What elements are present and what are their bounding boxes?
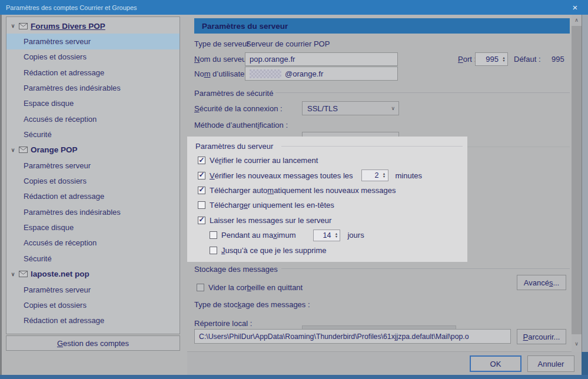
local-dir-input[interactable]: C:\Users\PhilDur\AppData\Roaming\Thunder… [194, 329, 511, 344]
account-list: ∨Forums Divers POPParamètres serveurCopi… [6, 16, 180, 334]
account-expand-icon[interactable]: ∨ [10, 23, 16, 29]
ok-button[interactable]: OK [470, 355, 521, 372]
account-expand-icon[interactable]: ∨ [10, 147, 16, 153]
sidebar-item-accuses-de-reception[interactable]: Accusés de réception [6, 235, 180, 251]
sidebar-item-parametres-des-indesirables[interactable]: Paramètres des indésirables [6, 80, 180, 95]
sidebar-item-securite[interactable]: Sécurité [6, 127, 180, 142]
checkbox-telecharger-automatiquement-les-nouveaux-messages[interactable]: ✓ [198, 187, 205, 194]
titlebar: Paramètres des comptes Courrier et Group… [0, 0, 588, 15]
sidebar-label: Rédaction et adressage [24, 192, 104, 201]
server-options-rows: ✓Vérifier le courrier au lancement✓Vérif… [198, 153, 467, 258]
option-label: Télécharger uniquement les en-têtes [210, 201, 334, 210]
username-input[interactable]: @orange.fr [245, 67, 398, 81]
server-type-value: Serveur de courrier POP [246, 38, 330, 49]
server-type-row: Type de serveur : [194, 38, 253, 49]
stepper-pendant-au-maximum[interactable]: 14▲▼ [313, 230, 340, 241]
sidebar-item-copies-et-dossiers[interactable]: Copies et dossiers [6, 297, 180, 312]
option-label: Vérifier les nouveaux messages toutes le… [210, 171, 353, 180]
option-label: Laisser les messages sur le serveur [210, 216, 331, 225]
sidebar-item-espace-disque[interactable]: Espace disque [6, 96, 180, 111]
sidebar-label: Paramètres serveur [24, 285, 91, 294]
close-icon: × [573, 2, 578, 12]
security-group-line [275, 92, 570, 93]
sidebar-item-parametres-des-indesirables[interactable]: Paramètres des indésirables [6, 328, 180, 334]
sidebar-item-parametres-serveur[interactable]: Paramètres serveur [6, 34, 180, 49]
option-row-jusqu-a-ce-que-je-les-supprime[interactable]: Jusqu’à ce que je les supprime [198, 242, 467, 257]
sidebar-label: Espace disque [24, 99, 74, 108]
checkbox-vider-la-corbeille[interactable] [197, 284, 204, 291]
sidebar-label: Accusés de réception [24, 238, 97, 247]
option-row-verifier-le-courrier-au-lancement[interactable]: ✓Vérifier le courrier au lancement [198, 153, 467, 168]
sidebar-account-forums-divers-pop[interactable]: ∨Forums Divers POP [6, 18, 180, 34]
option-row-verifier-les-nouveaux-messages-toutes-les[interactable]: ✓Vérifier les nouveaux messages toutes l… [198, 168, 467, 182]
sidebar-item-copies-et-dossiers[interactable]: Copies et dossiers [6, 49, 180, 65]
browse-button[interactable]: Parcourir... [517, 329, 566, 344]
empty-trash-row[interactable]: Vider la corbeille en quittant [197, 281, 303, 293]
main-scrollbar-thumb[interactable] [572, 26, 582, 334]
port-stepper[interactable]: 995 ▲▼ [475, 52, 508, 66]
connection-security-select[interactable]: SSL/TLS ∨ [302, 101, 399, 115]
sidebar-label: Paramètres des indésirables [24, 84, 121, 92]
local-dir-label: Répertoire local : [194, 318, 252, 328]
sidebar-item-parametres-serveur[interactable]: Paramètres serveur [6, 282, 180, 297]
option-label: Jusqu’à ce que je les supprime [221, 246, 327, 255]
sidebar-label: Paramètres serveur [24, 37, 91, 46]
option-row-pendant-au-maximum[interactable]: Pendant au maximum14▲▼jours [198, 228, 467, 242]
sidebar-item-redaction-et-adressage[interactable]: Rédaction et adressage [6, 313, 180, 328]
sidebar-label: Espace disque [24, 223, 74, 232]
sidebar-label: Rédaction et adressage [24, 68, 104, 77]
storage-group-line [281, 268, 570, 269]
checkbox-jusqu-a-ce-que-je-les-supprime[interactable] [210, 247, 217, 254]
checkbox-verifier-le-courrier-au-lancement[interactable]: ✓ [198, 157, 205, 164]
sidebar-item-securite[interactable]: Sécurité [6, 251, 180, 266]
account-actions-button[interactable]: Gestion des comptes [6, 335, 180, 351]
sidebar-account-orange-pop[interactable]: ∨Orange POP [6, 142, 180, 158]
stepper-value: 14 [314, 231, 333, 240]
spinner-down-icon[interactable]: ▼ [335, 235, 338, 238]
sidebar-account-laposte-net-pop[interactable]: ∨laposte.net pop [6, 267, 180, 282]
close-button[interactable]: × [567, 0, 583, 15]
chevron-down-icon: ∨ [391, 105, 395, 111]
sidebar-item-accuses-de-reception[interactable]: Accusés de réception [6, 111, 180, 127]
scroll-up-icon[interactable]: ∧ [572, 15, 582, 25]
sidebar-item-parametres-des-indesirables[interactable]: Paramètres des indésirables [6, 204, 180, 220]
sidebar-item-copies-et-dossiers[interactable]: Copies et dossiers [6, 173, 180, 188]
background-window-strip [582, 15, 588, 352]
auth-method-label: Méthode d’authentification : [194, 118, 288, 132]
security-group-label: Paramètres de sécurité [194, 88, 273, 98]
option-label: Télécharger automatiquement les nouveaux… [210, 186, 396, 195]
stepper-value: 2 [362, 171, 381, 179]
sidebar-label: Paramètres des indésirables [24, 332, 121, 334]
account-settings-dialog: Paramètres des comptes Courrier et Group… [0, 0, 588, 379]
scroll-down-icon[interactable]: ∨ [572, 339, 582, 348]
server-options-group-label: Paramètres du serveur [195, 141, 273, 151]
spinner-down-icon[interactable]: ▼ [502, 59, 505, 62]
connection-security-label: Sécurité de la connexion : [194, 101, 283, 115]
sidebar-item-redaction-et-adressage[interactable]: Rédaction et adressage [6, 189, 180, 204]
stepper-suffix: jours [347, 231, 364, 240]
server-options-group-line [281, 146, 463, 147]
option-row-telecharger-automatiquement-les-nouveaux-messages[interactable]: ✓Télécharger automatiquement les nouveau… [198, 183, 467, 198]
advanced-button[interactable]: Avancés... [517, 275, 566, 290]
sidebar-item-redaction-et-adressage[interactable]: Rédaction et adressage [6, 65, 180, 80]
checkbox-telecharger-uniquement-les-en-tetes[interactable] [198, 201, 205, 209]
mail-account-icon [19, 23, 28, 29]
spinner-down-icon[interactable]: ▼ [383, 175, 386, 178]
checkbox-pendant-au-maximum[interactable] [210, 231, 217, 239]
stepper-verifier-les-nouveaux-messages-toutes-les[interactable]: 2▲▼ [361, 169, 388, 181]
server-name-input[interactable]: pop.orange.fr [245, 52, 398, 66]
checkbox-laisser-les-messages-sur-le-serveur[interactable]: ✓ [198, 217, 205, 224]
cancel-button[interactable]: Annuler [527, 355, 574, 372]
port-label: Port : [458, 52, 476, 66]
checkbox-verifier-les-nouveaux-messages-toutes-les[interactable]: ✓ [198, 172, 205, 179]
server-options-group-line-dim [467, 147, 570, 147]
sidebar-item-parametres-serveur[interactable]: Paramètres serveur [6, 158, 180, 173]
sidebar-item-espace-disque[interactable]: Espace disque [6, 220, 180, 235]
sidebar-label: Forums Divers POP [31, 22, 105, 31]
option-row-laisser-les-messages-sur-le-serveur[interactable]: ✓Laisser les messages sur le serveur [198, 213, 467, 228]
sidebar-label: Paramètres des indésirables [24, 208, 121, 217]
option-row-telecharger-uniquement-les-en-tetes[interactable]: Télécharger uniquement les en-têtes [198, 198, 467, 212]
account-expand-icon[interactable]: ∨ [10, 271, 16, 277]
footer-band [187, 351, 582, 375]
check-icon: ✓ [198, 186, 204, 193]
